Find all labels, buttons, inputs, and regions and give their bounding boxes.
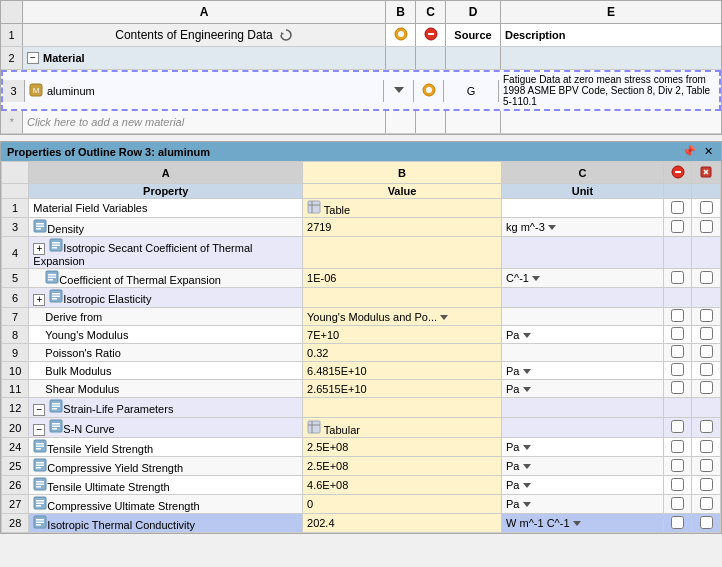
- prop-value[interactable]: 0: [303, 495, 502, 514]
- checkbox-e-input[interactable]: [700, 309, 713, 322]
- unit-dropdown-icon[interactable]: [520, 365, 531, 377]
- prop-checkbox-d[interactable]: [663, 269, 692, 288]
- expand-group-icon[interactable]: −: [33, 424, 45, 436]
- checkbox-e-input[interactable]: [700, 363, 713, 376]
- prop-checkbox-e[interactable]: [692, 398, 721, 418]
- unit-dropdown-icon[interactable]: [529, 272, 540, 284]
- prop-value[interactable]: 4.6E+08: [303, 476, 502, 495]
- prop-checkbox-d[interactable]: [663, 418, 692, 438]
- checkbox-e-input[interactable]: [700, 220, 713, 233]
- checkbox-e-input[interactable]: [700, 478, 713, 491]
- unit-dropdown-icon[interactable]: [520, 329, 531, 341]
- unit-dropdown-icon[interactable]: [545, 221, 556, 233]
- table-row[interactable]: 25Compressive Yield Strength2.5E+08Pa: [2, 457, 721, 476]
- table-row-add[interactable]: * Click here to add a new material: [1, 111, 721, 134]
- checkbox-d-input[interactable]: [671, 309, 684, 322]
- pin-button[interactable]: 📌: [680, 145, 698, 158]
- table-row[interactable]: 12−Strain-Life Parameters: [2, 398, 721, 418]
- prop-checkbox-d[interactable]: [663, 514, 692, 533]
- prop-checkbox-d[interactable]: [663, 344, 692, 362]
- table-row[interactable]: 1Material Field Variables Table: [2, 199, 721, 218]
- prop-checkbox-e[interactable]: [692, 438, 721, 457]
- checkbox-e-input[interactable]: [700, 440, 713, 453]
- checkbox-d-input[interactable]: [671, 516, 684, 529]
- prop-checkbox-d[interactable]: [663, 495, 692, 514]
- unit-dropdown-icon[interactable]: [520, 460, 531, 472]
- checkbox-d-input[interactable]: [671, 459, 684, 472]
- checkbox-e-input[interactable]: [700, 345, 713, 358]
- prop-checkbox-d[interactable]: [663, 308, 692, 326]
- prop-value[interactable]: 2.5E+08: [303, 457, 502, 476]
- expand-group-icon[interactable]: −: [33, 404, 45, 416]
- prop-checkbox-e[interactable]: [692, 326, 721, 344]
- table-row[interactable]: 26Tensile Ultimate Strength4.6E+08Pa: [2, 476, 721, 495]
- table-row[interactable]: 3Density2719kg m^-3: [2, 218, 721, 237]
- prop-checkbox-d[interactable]: [663, 288, 692, 308]
- table-row[interactable]: 5Coefficient of Thermal Expansion1E-06C^…: [2, 269, 721, 288]
- prop-value[interactable]: Young's Modulus and Po...: [303, 308, 502, 326]
- close-button[interactable]: ✕: [702, 145, 715, 158]
- checkbox-d-input[interactable]: [671, 220, 684, 233]
- prop-checkbox-e[interactable]: [692, 476, 721, 495]
- prop-checkbox-d[interactable]: [663, 476, 692, 495]
- prop-value[interactable]: 0.32: [303, 344, 502, 362]
- table-row[interactable]: 6+Isotropic Elasticity: [2, 288, 721, 308]
- checkbox-d-input[interactable]: [671, 478, 684, 491]
- prop-value[interactable]: 2.5E+08: [303, 438, 502, 457]
- table-row[interactable]: 10Bulk Modulus6.4815E+10Pa: [2, 362, 721, 380]
- checkbox-d-input[interactable]: [671, 363, 684, 376]
- checkbox-d-input[interactable]: [671, 381, 684, 394]
- prop-value[interactable]: 1E-06: [303, 269, 502, 288]
- unit-dropdown-icon[interactable]: [520, 479, 531, 491]
- checkbox-d-input[interactable]: [671, 201, 684, 214]
- table-row[interactable]: 9Poisson's Ratio0.32: [2, 344, 721, 362]
- prop-checkbox-e[interactable]: [692, 308, 721, 326]
- prop-checkbox-d[interactable]: [663, 237, 692, 269]
- prop-value[interactable]: 2.6515E+10: [303, 380, 502, 398]
- table-row[interactable]: 24Tensile Yield Strength2.5E+08Pa: [2, 438, 721, 457]
- checkbox-d-input[interactable]: [671, 327, 684, 340]
- prop-value[interactable]: 202.4: [303, 514, 502, 533]
- unit-dropdown-icon[interactable]: [520, 498, 531, 510]
- prop-checkbox-e[interactable]: [692, 199, 721, 218]
- prop-checkbox-d[interactable]: [663, 362, 692, 380]
- dropdown-icon[interactable]: [437, 311, 448, 323]
- prop-value[interactable]: 6.4815E+10: [303, 362, 502, 380]
- prop-checkbox-d[interactable]: [663, 199, 692, 218]
- prop-checkbox-d[interactable]: [663, 326, 692, 344]
- checkbox-e-input[interactable]: [700, 516, 713, 529]
- prop-checkbox-e[interactable]: [692, 269, 721, 288]
- cell-a-add[interactable]: Click here to add a new material: [23, 111, 386, 133]
- prop-checkbox-e[interactable]: [692, 514, 721, 533]
- checkbox-e-input[interactable]: [700, 381, 713, 394]
- prop-checkbox-e[interactable]: [692, 218, 721, 237]
- table-row[interactable]: 4+Isotropic Secant Coefficient of Therma…: [2, 237, 721, 269]
- prop-checkbox-e[interactable]: [692, 237, 721, 269]
- prop-checkbox-e[interactable]: [692, 418, 721, 438]
- dropdown-b3[interactable]: [394, 85, 404, 97]
- checkbox-e-input[interactable]: [700, 201, 713, 214]
- refresh-icon[interactable]: [279, 28, 293, 42]
- expand-group-icon[interactable]: +: [33, 243, 45, 255]
- checkbox-d-input[interactable]: [671, 420, 684, 433]
- table-row[interactable]: 8Young's Modulus7E+10Pa: [2, 326, 721, 344]
- table-row[interactable]: 7Derive fromYoung's Modulus and Po...: [2, 308, 721, 326]
- prop-checkbox-d[interactable]: [663, 380, 692, 398]
- expand-material-icon[interactable]: −: [27, 52, 39, 64]
- prop-checkbox-e[interactable]: [692, 495, 721, 514]
- unit-dropdown-icon[interactable]: [520, 441, 531, 453]
- table-row[interactable]: 27Compressive Ultimate Strength0Pa: [2, 495, 721, 514]
- checkbox-e-input[interactable]: [700, 497, 713, 510]
- prop-checkbox-d[interactable]: [663, 218, 692, 237]
- checkbox-d-input[interactable]: [671, 345, 684, 358]
- checkbox-e-input[interactable]: [700, 271, 713, 284]
- table-row[interactable]: 11Shear Modulus2.6515E+10Pa: [2, 380, 721, 398]
- checkbox-e-input[interactable]: [700, 420, 713, 433]
- table-row[interactable]: 20−S-N Curve Tabular: [2, 418, 721, 438]
- checkbox-d-input[interactable]: [671, 497, 684, 510]
- checkbox-d-input[interactable]: [671, 271, 684, 284]
- table-row-3[interactable]: 3 M aluminum G Fatigue Data at zero mean…: [1, 70, 721, 111]
- prop-checkbox-e[interactable]: [692, 344, 721, 362]
- checkbox-e-input[interactable]: [700, 459, 713, 472]
- prop-checkbox-e[interactable]: [692, 380, 721, 398]
